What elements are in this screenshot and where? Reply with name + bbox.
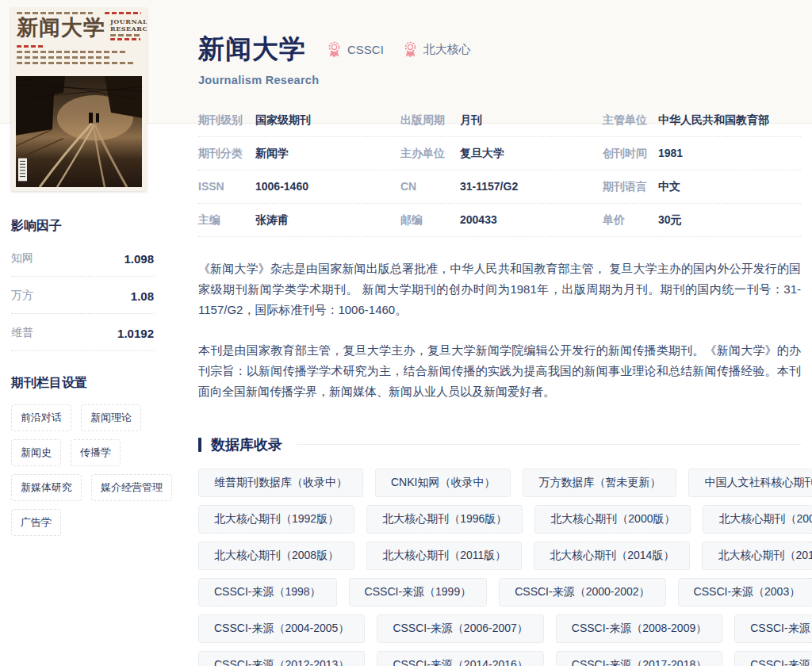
cover-issn-line [105, 12, 141, 14]
badge-cssci: CSSCI [327, 41, 384, 58]
section-accent-bar [198, 438, 201, 452]
info-value: 复旦大学 [460, 147, 603, 161]
info-value: 张涛甫 [255, 213, 400, 228]
badge-beida-core: 北大核心 [403, 41, 471, 58]
info-label: 期刊分类 [198, 147, 255, 161]
journal-info-table: 期刊级别 国家级期刊 出版周期 月刊 主管单位 中华人民共和国教育部 期刊分类 … [198, 104, 801, 237]
impact-label: 万方 [11, 289, 33, 303]
info-value: 200433 [460, 213, 603, 226]
db-tag[interactable]: 中国人文社科核心期刊 [688, 469, 812, 497]
impact-factor-list: 知网 1.098 万方 1.08 维普 1.0192 [11, 239, 154, 351]
db-tag[interactable]: CSSCI-来源（2019-2020） [734, 651, 812, 666]
db-tag-row: CSSCI-来源（2012-2013） CSSCI-来源（2014-2016） … [198, 651, 801, 666]
db-tag[interactable]: CSSCI-来源（1998） [198, 578, 337, 607]
info-label: 单价 [603, 213, 658, 228]
info-value: 中华人民共和国教育部 [658, 113, 801, 128]
badge-label: CSSCI [347, 43, 384, 56]
impact-value: 1.08 [131, 289, 154, 303]
column-tag[interactable]: 新闻史 [11, 439, 61, 466]
db-tag[interactable]: CNKI知网（收录中） [375, 469, 511, 497]
db-tag[interactable]: 北大核心期刊（2000版） [534, 505, 691, 534]
db-tag[interactable]: CSSCI-来源（2012-2013） [198, 651, 365, 666]
main-content: 新闻大学 CSSCI [198, 0, 801, 666]
journal-description: 《新闻大学》杂志是由国家新闻出版总署批准，中华人民共和国教育部主管， 复旦大学主… [198, 258, 801, 402]
cover-subtitle-lines [17, 45, 141, 64]
db-tag-row: 北大核心期刊（2008版） 北大核心期刊（2011版） 北大核心期刊（2014版… [198, 542, 801, 570]
table-row: ISSN 1006-1460 CN 31-1157/G2 期刊语言 中文 [198, 170, 801, 204]
db-tag[interactable]: 北大核心期刊（2017版） [702, 542, 812, 570]
info-label: 邮编 [400, 213, 460, 228]
db-tag[interactable]: CSSCI-来源（2004-2005） [198, 614, 365, 643]
impact-value: 1.098 [124, 252, 154, 266]
db-tag[interactable]: 万方数据库（暂未更新） [523, 469, 676, 497]
db-tag[interactable]: CSSCI-来源（2008-2009） [556, 614, 722, 643]
db-tag[interactable]: 北大核心期刊（2014版） [534, 542, 690, 570]
db-tag[interactable]: 北大核心期刊（2008版） [198, 542, 354, 570]
db-tag[interactable]: 北大核心期刊（1992版） [198, 505, 354, 534]
db-tag-row: CSSCI-来源（1998） CSSCI-来源（1999） CSSCI-来源（2… [198, 578, 801, 607]
column-tag[interactable]: 新闻理论 [81, 404, 141, 431]
cover-title: 新闻大学 [17, 17, 105, 39]
info-label: 主办单位 [400, 147, 460, 161]
impact-value: 1.0192 [117, 327, 154, 340]
db-tag-row: 维普期刊数据库（收录中） CNKI知网（收录中） 万方数据库（暂未更新） 中国人… [198, 469, 801, 497]
journal-badges: CSSCI 北大核心 [327, 41, 471, 58]
info-value: 1981 [658, 147, 801, 159]
db-tag[interactable]: 北大核心期刊（2011版） [366, 542, 522, 570]
column-tag[interactable]: 新媒体研究 [11, 474, 82, 501]
info-label: 主管单位 [603, 113, 658, 128]
journal-column-tags: 前沿对话 新闻理论 新闻史 传播学 新媒体研究 媒介经营管理 广告学 [11, 404, 178, 536]
page-title: 新闻大学 [198, 35, 306, 63]
description-paragraph-1: 《新闻大学》杂志是由国家新闻出版总署批准，中华人民共和国教育部主管， 复旦大学主… [198, 258, 801, 320]
db-tag[interactable]: CSSCI-来源（2006-2007） [377, 614, 543, 643]
cover-english-title: JOURNALISM RESEARCH [110, 17, 147, 40]
db-tag[interactable]: CSSCI-来源（2003） [678, 578, 812, 607]
cover-photo [16, 76, 142, 187]
impact-label: 维普 [11, 326, 33, 340]
medal-icon [403, 41, 418, 58]
info-value: 1006-1460 [255, 180, 400, 193]
info-label: 出版周期 [400, 113, 460, 128]
db-tag[interactable]: CSSCI-来源（2017-2018） [556, 651, 722, 666]
column-tag[interactable]: 媒介经营管理 [91, 474, 172, 501]
db-tag[interactable]: 维普期刊数据库（收录中） [198, 469, 363, 497]
column-tag[interactable]: 前沿对话 [11, 404, 71, 431]
sidebar: 新闻大学 JOURNALISM RESEARCH [11, 0, 182, 666]
db-tag[interactable]: 北大核心期刊（1996版） [366, 505, 523, 534]
info-value: 新闻学 [255, 147, 400, 161]
db-tag[interactable]: CSSCI-来源（1999） [349, 578, 488, 607]
table-row: 期刊级别 国家级期刊 出版周期 月刊 主管单位 中华人民共和国教育部 [198, 104, 801, 137]
database-section-header: 数据库收录 [198, 435, 801, 454]
section-title: 数据库收录 [211, 435, 282, 454]
journal-header: 新闻大学 CSSCI [198, 0, 801, 86]
impact-row-wanfang: 万方 1.08 [11, 277, 154, 314]
medal-icon [327, 41, 342, 58]
cover-tiny-text-line [17, 12, 93, 14]
table-row: 期刊分类 新闻学 主办单位 复旦大学 创刊时间 1981 [198, 137, 801, 170]
info-value: 国家级期刊 [255, 113, 400, 128]
impact-factor-heading: 影响因子 [11, 218, 182, 235]
badge-label: 北大核心 [423, 42, 471, 57]
db-tag[interactable]: 北大核心期刊（2004版） [703, 505, 812, 534]
info-value: 31-1157/G2 [460, 180, 603, 193]
db-tag[interactable]: CSSCI-来源（2014-2016） [377, 651, 543, 666]
database-tags: 维普期刊数据库（收录中） CNKI知网（收录中） 万方数据库（暂未更新） 中国人… [198, 469, 801, 666]
cover-masthead: 新闻大学 JOURNALISM RESEARCH [11, 8, 147, 70]
column-tag[interactable]: 广告学 [11, 509, 61, 536]
section-divider-line [297, 444, 801, 445]
journal-columns-heading: 期刊栏目设置 [11, 375, 182, 392]
column-tag[interactable]: 传播学 [71, 439, 121, 466]
impact-row-cnki: 知网 1.098 [11, 239, 154, 277]
impact-row-weipu: 维普 1.0192 [11, 314, 154, 351]
db-tag[interactable]: CSSCI-来源（2000-2002） [499, 578, 665, 607]
info-label: 期刊语言 [603, 180, 658, 194]
journal-cover-image: 新闻大学 JOURNALISM RESEARCH [11, 8, 147, 191]
table-row: 主编 张涛甫 邮编 200433 单价 30元 [198, 204, 801, 237]
info-label: CN [400, 180, 460, 193]
impact-label: 知网 [11, 251, 33, 266]
journal-subtitle: Journalism Research [198, 74, 801, 86]
db-tag[interactable]: CSSCI-来源（2010-2011） [734, 614, 812, 643]
journal-detail-page: 新闻大学 JOURNALISM RESEARCH [0, 0, 812, 666]
description-paragraph-2: 本刊是由国家教育部主管，复旦大学主办，复旦大学新闻学院编辑公开发行的新闻传播类期… [198, 340, 801, 402]
info-value: 30元 [658, 213, 801, 228]
